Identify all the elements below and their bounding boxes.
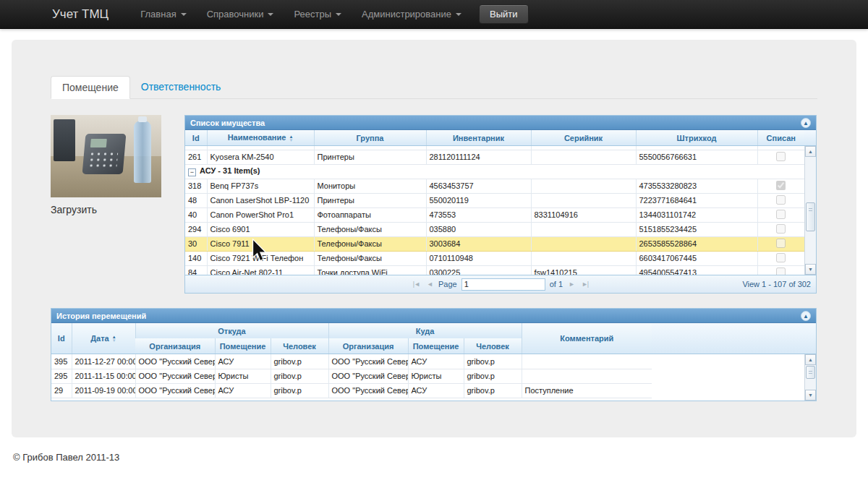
menu-item-label: Справочники: [207, 9, 264, 20]
menu-item-home[interactable]: Главная: [130, 0, 196, 29]
vertical-scrollbar[interactable]: ▲ ▼: [804, 146, 816, 275]
scroll-down-icon[interactable]: ▼: [805, 390, 816, 401]
history-grid-titlebar: История перемещений ▲: [51, 309, 816, 323]
menu-item-label: Администрирование: [362, 9, 451, 20]
collapse-panel-icon[interactable]: ▲: [801, 311, 811, 321]
written-off-checkbox: [776, 152, 786, 161]
col-header-to-person[interactable]: Человек: [464, 338, 522, 354]
scroll-up-icon[interactable]: ▲: [805, 354, 816, 365]
cell-written-off: [757, 236, 804, 251]
cell-id: 318: [185, 179, 207, 193]
col-header-id[interactable]: Id: [51, 323, 72, 354]
property-grid: Список имущества ▲ Id Наименование▲▼ Гру…: [184, 115, 817, 294]
history-row[interactable]: 2952011-11-15 00:00:00ООО "Русский Север…: [51, 369, 652, 383]
cell-id: 30: [185, 236, 207, 251]
cell-barcode: 2653585528864: [636, 236, 757, 251]
content-row: Загрузить Список имущества ▲ Id Наименов…: [51, 115, 817, 294]
top-navbar: Учет ТМЦ Главная Справочники Реестры Адм…: [0, 0, 868, 29]
col-header-from-person[interactable]: Человек: [271, 338, 328, 354]
cell-barcode: 7223771684641: [636, 193, 757, 207]
page-number-input[interactable]: [461, 278, 545, 291]
col-header-comment[interactable]: Комментарий: [522, 323, 652, 354]
room-photo: [51, 115, 161, 197]
property-row[interactable]: 261Kyosera KM-2540Принтеры28112011112455…: [185, 150, 804, 164]
cell-name: Canon PowerShot Pro1: [207, 207, 314, 222]
last-page-icon[interactable]: ►|: [580, 281, 590, 288]
scrollbar-thumb[interactable]: [806, 202, 815, 231]
cell-date: 2011-11-15 00:00:00: [72, 369, 135, 383]
property-row[interactable]: 84Cisco Air-Net 802-11Точки доступа WiFi…: [185, 265, 804, 275]
cell-group: Принтеры: [314, 150, 426, 164]
group-row[interactable]: −АСУ - 31 Item(s): [185, 164, 804, 179]
property-row[interactable]: 30Cisco 7911Телефоны/Факсы30036842653585…: [185, 236, 804, 251]
left-column: Загрузить: [51, 115, 161, 294]
first-page-icon[interactable]: |◄: [412, 281, 421, 288]
cell-comment: [522, 354, 652, 369]
property-row[interactable]: 140Cisco 7921 WiFi ТелефонТелефоны/Факсы…: [185, 251, 804, 265]
cell-from_person: gribov.p: [271, 369, 328, 383]
cell-serial: [531, 179, 636, 193]
prev-page-icon[interactable]: ◄: [425, 281, 434, 288]
property-grid-header: Id Наименование▲▼ Группа Инвентарник Сер…: [185, 130, 816, 146]
property-row[interactable]: 294Cisco 6901Телефоны/Факсы0358805151855…: [185, 222, 804, 236]
scroll-down-icon[interactable]: ▼: [805, 264, 816, 275]
collapse-group-icon[interactable]: −: [188, 168, 196, 176]
cell-serial: [531, 236, 636, 251]
cell-to_room: Юристы: [408, 369, 464, 383]
scrollbar-thumb[interactable]: [806, 366, 815, 379]
vertical-scrollbar[interactable]: ▲ ▼: [804, 354, 816, 401]
col-header-from-org[interactable]: Организация: [135, 338, 215, 354]
next-page-icon[interactable]: ►: [567, 281, 576, 288]
app-title: Учет ТМЦ: [52, 7, 109, 22]
col-header-name[interactable]: Наименование▲▼: [207, 130, 314, 145]
property-row[interactable]: 318Benq FP737sМониторы456345375747355332…: [185, 179, 804, 193]
col-header-date[interactable]: Дата▲▼: [72, 323, 135, 354]
tab-room[interactable]: Помещение: [51, 76, 130, 99]
cell-written-off: [757, 265, 804, 275]
col-header-inventory[interactable]: Инвентарник: [426, 130, 531, 145]
col-header-from-room[interactable]: Помещение: [215, 338, 271, 354]
menu-item-administration[interactable]: Администрирование: [352, 0, 472, 29]
col-header-barcode[interactable]: Штрихкод: [636, 130, 757, 145]
history-grid: История перемещений ▲ Id Дата▲▼ Откуда К…: [51, 308, 817, 401]
cell-barcode: 5151855234425: [636, 222, 757, 236]
history-grid-title: История перемещений: [56, 312, 146, 320]
upload-link[interactable]: Загрузить: [51, 204, 97, 215]
cell-name: Cisco Air-Net 802-11: [207, 265, 314, 275]
col-header-writtenoff[interactable]: Списан: [757, 130, 804, 145]
col-header-id[interactable]: Id: [185, 130, 207, 145]
cell-id: 84: [185, 265, 207, 275]
col-header-to-org[interactable]: Организация: [328, 338, 408, 354]
col-header-serial[interactable]: Серийник: [531, 130, 636, 145]
cell-group: Мониторы: [314, 179, 426, 193]
col-header-group[interactable]: Группа: [314, 130, 426, 145]
cell-inv: 0300225: [426, 265, 531, 275]
menu-item-directories[interactable]: Справочники: [197, 0, 284, 29]
history-row[interactable]: 3952011-12-27 00:00:00ООО "Русский Север…: [51, 354, 652, 369]
history-row[interactable]: 292011-09-19 00:00:00ООО "Русский Север"…: [51, 383, 652, 398]
cell-date: 2011-12-27 00:00:00: [72, 354, 135, 369]
tab-responsibility[interactable]: Ответственность: [130, 76, 232, 99]
cell-to_org: ООО "Русский Север": [328, 354, 408, 369]
written-off-checkbox: [776, 224, 786, 234]
photo-bottle-cap: [138, 116, 147, 122]
sort-desc-icon: ▼: [289, 139, 293, 142]
col-header-to-room[interactable]: Помещение: [408, 338, 464, 354]
cell-id: 48: [185, 193, 207, 207]
property-grid-pager: |◄ ◄ Page of 1 ► ►| View 1 - 107 of 302: [185, 275, 816, 293]
cell-written-off: [757, 207, 804, 222]
menu-item-label: Реестры: [294, 9, 331, 20]
property-row[interactable]: 40Canon PowerShot Pro1Фотоаппараты473553…: [185, 207, 804, 222]
photo-phone: [82, 134, 127, 174]
scroll-up-icon[interactable]: ▲: [805, 146, 816, 157]
written-off-checkbox: [776, 181, 786, 190]
property-row[interactable]: 48Canon LaserShot LBP-1120Принтеры550020…: [185, 193, 804, 207]
caret-down-icon: [336, 13, 341, 16]
collapse-panel-icon[interactable]: ▲: [801, 118, 811, 128]
menu-item-registers[interactable]: Реестры: [284, 0, 352, 29]
logout-button[interactable]: Выйти: [479, 4, 529, 24]
cell-to_person: gribov.p: [464, 369, 522, 383]
cell-from_room: АСУ: [215, 354, 271, 369]
sort-desc-icon: ▼: [112, 339, 116, 343]
cell-id: 395: [51, 354, 72, 369]
